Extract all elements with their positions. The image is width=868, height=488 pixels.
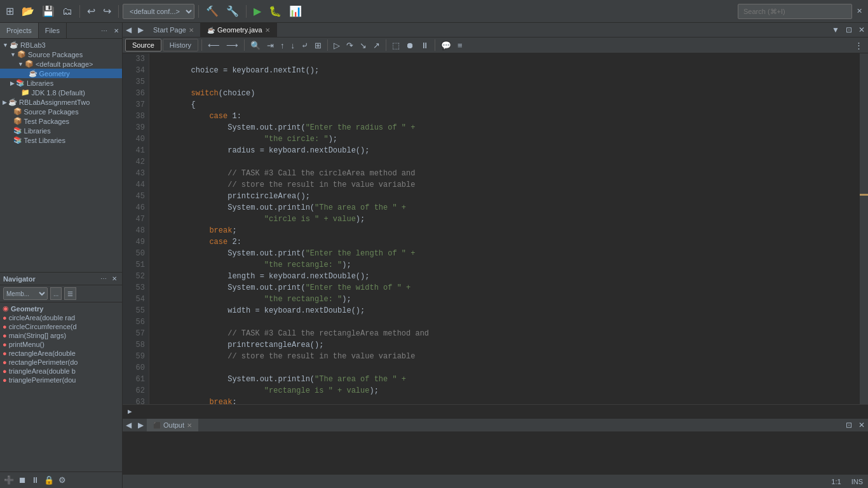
- toggle-libraries[interactable]: ▶: [10, 80, 15, 86]
- step-over-btn[interactable]: ↷: [344, 39, 356, 51]
- build-btn[interactable]: 🔨: [203, 3, 222, 19]
- output-close-btn[interactable]: ✕: [187, 422, 192, 429]
- tree-item-libraries[interactable]: ▶ 📚 Libraries: [0, 78, 122, 88]
- back-btn[interactable]: ⟵: [205, 39, 222, 51]
- tab-scroll-right[interactable]: ▶: [135, 24, 147, 36]
- lock-btn[interactable]: 🔒: [43, 474, 55, 486]
- toggle-rblab3[interactable]: ▼: [3, 42, 8, 48]
- toggle-bookmark-btn[interactable]: ⇥: [264, 39, 276, 51]
- new-bp-btn[interactable]: ⏸: [418, 39, 431, 51]
- nav-member-6[interactable]: ● triangleArea(double b: [0, 367, 122, 376]
- code-fold-btn[interactable]: ⊞: [312, 39, 324, 51]
- toggle-default-pkg[interactable]: ▼: [18, 61, 24, 67]
- prompt-icon[interactable]: ▶: [128, 407, 132, 416]
- toggle-rblab2[interactable]: ▶: [3, 99, 7, 105]
- tab-options-btn[interactable]: ▼: [829, 24, 843, 36]
- output-restore-btn[interactable]: ⊡: [843, 419, 855, 431]
- label-rblab3: RBLab3: [20, 41, 46, 49]
- run-btn[interactable]: ▶: [250, 3, 264, 19]
- search-close-btn[interactable]: ✕: [853, 5, 865, 17]
- close-geometry-java[interactable]: ✕: [265, 27, 270, 34]
- nav-close-btn[interactable]: ✕: [110, 274, 119, 283]
- toggle-bp-btn[interactable]: ⏺: [403, 39, 417, 51]
- nav-member-1[interactable]: ● circleCircumference(d: [0, 322, 122, 331]
- line-numbers: 33 34 35 36 37 38 39 40 41 42 43 44 45 4…: [123, 53, 149, 404]
- tree-item-src-pkg2[interactable]: 📦 Source Packages: [0, 107, 122, 116]
- code-content[interactable]: choice = keyboard.nextInt(); switch(choi…: [149, 53, 859, 404]
- tree-item-geometry[interactable]: ☕ Geometry: [0, 69, 122, 78]
- label-default-pkg: <default package>: [36, 60, 93, 68]
- icon-test-libs: 📚: [13, 136, 22, 144]
- close-start-page[interactable]: ✕: [189, 27, 194, 34]
- nav-member-label-6: triangleArea(double b: [9, 367, 76, 375]
- nav-class-geometry[interactable]: ◉ Geometry: [0, 304, 122, 313]
- src-tab-source[interactable]: Source: [125, 39, 161, 51]
- step-out-btn[interactable]: ↗: [370, 39, 383, 51]
- nav-list-btn[interactable]: ☰: [64, 287, 76, 300]
- tab-start-page[interactable]: Start Page ✕: [147, 23, 201, 37]
- search-code-btn[interactable]: 🔍: [248, 39, 263, 51]
- forward-btn[interactable]: ⟶: [224, 39, 241, 51]
- member-icon-1: ●: [3, 323, 7, 330]
- panel-menu-btn[interactable]: ⋯: [98, 23, 111, 38]
- toggle-src-pkg[interactable]: ▼: [10, 51, 16, 58]
- next-bookmark-btn[interactable]: ↓: [288, 39, 298, 51]
- tree-item-lib2[interactable]: 📚 Libraries: [0, 126, 122, 135]
- new-file-btn[interactable]: ⊞: [3, 3, 17, 19]
- tab-close-all[interactable]: ✕: [855, 24, 868, 36]
- stop-btn[interactable]: ⏹: [17, 474, 28, 486]
- nav-menu-btn[interactable]: ⋯: [98, 274, 109, 283]
- undo-btn[interactable]: ↩: [84, 3, 98, 19]
- settings-btn[interactable]: ⚙: [57, 474, 67, 486]
- add-btn[interactable]: ➕: [3, 474, 15, 486]
- tree-item-rblab3[interactable]: ▼ ☕ RBLab3: [0, 40, 122, 50]
- tab-restore-btn[interactable]: ⊡: [843, 24, 855, 36]
- nav-sort-btn[interactable]: ...: [50, 287, 62, 300]
- icon-geometry-java: ☕: [207, 27, 215, 34]
- src-tab-history[interactable]: History: [163, 39, 198, 51]
- tab-projects[interactable]: Projects: [0, 23, 39, 38]
- search-input[interactable]: [738, 4, 852, 19]
- nav-member-5[interactable]: ● rectanglePerimeter(do: [0, 358, 122, 367]
- tree-item-src-pkg[interactable]: ▼ 📦 Source Packages: [0, 50, 122, 59]
- tree-item-test-pkg[interactable]: 📦 Test Packages: [0, 116, 122, 126]
- clean-build-btn[interactable]: 🔧: [223, 3, 242, 19]
- tab-scroll-left[interactable]: ◀: [123, 24, 135, 36]
- sep3: [198, 5, 199, 18]
- tab-files[interactable]: Files: [39, 23, 67, 38]
- prev-bookmark-btn[interactable]: ↑: [278, 39, 287, 51]
- nav-member-0[interactable]: ● circleArea(double rad: [0, 313, 122, 322]
- nav-filter-select[interactable]: Memb...: [3, 287, 48, 300]
- save-btn[interactable]: 💾: [39, 3, 58, 19]
- nav-member-2[interactable]: ● main(String[] args): [0, 331, 122, 340]
- nav-member-3[interactable]: ● printMenu(): [0, 340, 122, 349]
- panel-close-btn[interactable]: ✕: [111, 23, 122, 38]
- nav-member-7[interactable]: ● trianglePerimeter(dou: [0, 376, 122, 384]
- label-libraries: Libraries: [27, 79, 53, 87]
- comment-btn[interactable]: 💬: [438, 39, 454, 51]
- tree-item-test-libs[interactable]: 📚 Test Libraries: [0, 135, 122, 145]
- tab-geometry-java[interactable]: ☕ Geometry.java ✕: [201, 23, 277, 37]
- uncomment-btn[interactable]: ≡: [455, 39, 465, 51]
- output-tab-scroll-left[interactable]: ◀: [123, 419, 135, 431]
- redo-btn[interactable]: ↪: [100, 3, 114, 19]
- run-to-cursor-btn[interactable]: ▷: [331, 39, 342, 51]
- save-all-btn[interactable]: 🗂: [59, 4, 76, 19]
- tree-item-rblab2[interactable]: ▶ ☕ RBLabAssignmentTwo: [0, 97, 122, 107]
- toggle-linebreak-btn[interactable]: ⤶: [299, 39, 311, 51]
- debug-btn[interactable]: 🐛: [266, 3, 285, 19]
- profile-btn[interactable]: 📊: [286, 3, 305, 19]
- output-close-all[interactable]: ✕: [855, 419, 868, 431]
- open-project-btn[interactable]: 📂: [18, 3, 37, 19]
- config-select[interactable]: <default conf...>: [123, 4, 194, 19]
- pause-btn[interactable]: ⏸: [30, 474, 41, 486]
- output-tab-output[interactable]: ⬛ Output ✕: [147, 419, 198, 431]
- navigator-title: Navigator: [3, 275, 98, 283]
- options-right-btn[interactable]: ⋮: [852, 39, 865, 51]
- tree-item-jdk[interactable]: 📁 JDK 1.8 (Default): [0, 88, 122, 97]
- debug-var-btn[interactable]: ⬚: [390, 39, 402, 51]
- output-tab-scroll-right[interactable]: ▶: [135, 419, 147, 431]
- nav-member-4[interactable]: ● rectangleArea(double: [0, 349, 122, 358]
- step-in-btn[interactable]: ↘: [357, 39, 369, 51]
- tree-item-default-pkg[interactable]: ▼ 📦 <default package>: [0, 59, 122, 69]
